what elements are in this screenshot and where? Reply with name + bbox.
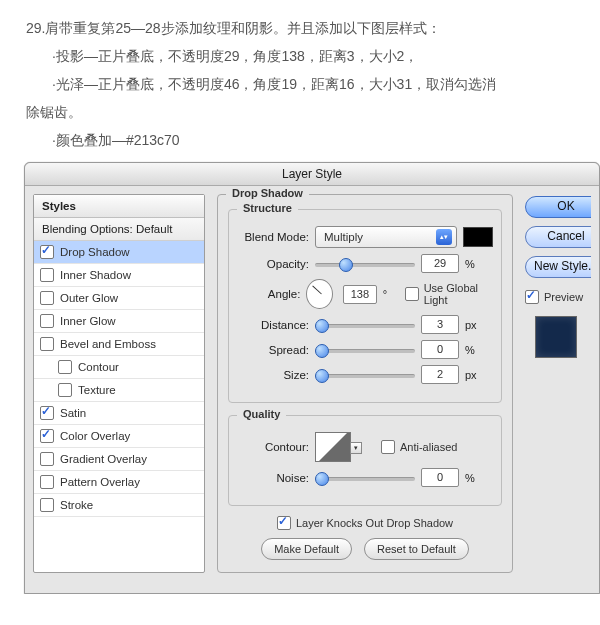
size-unit: px bbox=[465, 369, 483, 381]
checkbox-icon[interactable] bbox=[40, 337, 54, 351]
opacity-input[interactable]: 29 bbox=[421, 254, 459, 273]
checkbox-icon[interactable] bbox=[40, 498, 54, 512]
effect-label: Drop Shadow bbox=[60, 246, 130, 258]
distance-unit: px bbox=[465, 319, 483, 331]
checkbox-icon[interactable] bbox=[40, 429, 54, 443]
checkbox-icon[interactable] bbox=[58, 383, 72, 397]
tutorial-instructions: 29.肩带重复第25—28步添加纹理和阴影。并且添加以下图层样式： ·投影—正片… bbox=[0, 0, 600, 162]
checkbox-icon bbox=[405, 287, 419, 301]
instruction-sub-2: ·光泽—正片叠底，不透明度46，角度19，距离16，大小31，取消勾选消 bbox=[26, 70, 574, 98]
effect-label: Contour bbox=[78, 361, 119, 373]
checkbox-icon[interactable] bbox=[40, 314, 54, 328]
instruction-line-1: 29.肩带重复第25—28步添加纹理和阴影。并且添加以下图层样式： bbox=[26, 14, 574, 42]
preview-checkbox[interactable]: Preview bbox=[525, 290, 591, 304]
checkbox-icon[interactable] bbox=[40, 268, 54, 282]
shadow-color-swatch[interactable] bbox=[463, 227, 493, 247]
contour-picker[interactable]: ▾ bbox=[315, 432, 351, 462]
effect-stroke[interactable]: Stroke bbox=[34, 494, 204, 517]
effect-label: Gradient Overlay bbox=[60, 453, 147, 465]
reset-default-button[interactable]: Reset to Default bbox=[364, 538, 469, 560]
layer-knocks-out-label: Layer Knocks Out Drop Shadow bbox=[296, 517, 453, 529]
use-global-light-checkbox[interactable]: Use Global Light bbox=[405, 282, 493, 306]
dialog-right-buttons: OK Cancel New Style... Preview bbox=[525, 194, 591, 573]
ok-button[interactable]: OK bbox=[525, 196, 591, 218]
layer-knocks-out-checkbox[interactable]: Layer Knocks Out Drop Shadow bbox=[277, 516, 453, 530]
quality-title: Quality bbox=[237, 408, 286, 420]
noise-unit: % bbox=[465, 472, 483, 484]
checkbox-icon bbox=[525, 290, 539, 304]
spread-label: Spread: bbox=[237, 344, 309, 356]
chevron-down-icon[interactable]: ▾ bbox=[350, 442, 362, 454]
effect-label: Stroke bbox=[60, 499, 93, 511]
effect-satin[interactable]: Satin bbox=[34, 402, 204, 425]
quality-group: Quality Contour: ▾ Anti-aliased bbox=[228, 415, 502, 506]
angle-unit: ° bbox=[383, 288, 399, 300]
dialog-title: Layer Style bbox=[25, 163, 599, 186]
styles-header[interactable]: Styles bbox=[34, 195, 204, 218]
checkbox-icon[interactable] bbox=[40, 245, 54, 259]
opacity-unit: % bbox=[465, 258, 483, 270]
drop-shadow-settings: Drop Shadow Structure Blend Mode: Multip… bbox=[217, 194, 513, 573]
effect-gradient-overlay[interactable]: Gradient Overlay bbox=[34, 448, 204, 471]
effect-pattern-overlay[interactable]: Pattern Overlay bbox=[34, 471, 204, 494]
effect-bevel-emboss[interactable]: Bevel and Emboss bbox=[34, 333, 204, 356]
make-default-button[interactable]: Make Default bbox=[261, 538, 352, 560]
distance-input[interactable]: 3 bbox=[421, 315, 459, 334]
effect-drop-shadow[interactable]: Drop Shadow bbox=[34, 241, 204, 264]
effect-label: Texture bbox=[78, 384, 116, 396]
preview-swatch bbox=[535, 316, 577, 358]
effect-label: Outer Glow bbox=[60, 292, 118, 304]
spread-slider[interactable] bbox=[315, 343, 415, 357]
noise-label: Noise: bbox=[237, 472, 309, 484]
preview-label: Preview bbox=[544, 291, 583, 303]
select-arrows-icon: ▴▾ bbox=[436, 229, 452, 245]
anti-aliased-checkbox[interactable]: Anti-aliased bbox=[381, 440, 457, 454]
new-style-button[interactable]: New Style... bbox=[525, 256, 591, 278]
noise-input[interactable]: 0 bbox=[421, 468, 459, 487]
effect-color-overlay[interactable]: Color Overlay bbox=[34, 425, 204, 448]
noise-slider[interactable] bbox=[315, 471, 415, 485]
checkbox-icon bbox=[381, 440, 395, 454]
size-label: Size: bbox=[237, 369, 309, 381]
effect-inner-shadow[interactable]: Inner Shadow bbox=[34, 264, 204, 287]
effect-contour[interactable]: Contour bbox=[34, 356, 204, 379]
size-input[interactable]: 2 bbox=[421, 365, 459, 384]
blend-mode-value: Multiply bbox=[324, 231, 363, 243]
instruction-sub-3: ·颜色叠加—#213c70 bbox=[26, 126, 574, 154]
spread-input[interactable]: 0 bbox=[421, 340, 459, 359]
spread-unit: % bbox=[465, 344, 483, 356]
checkbox-icon[interactable] bbox=[40, 291, 54, 305]
distance-slider[interactable] bbox=[315, 318, 415, 332]
instruction-sub-1: ·投影—正片叠底，不透明度29，角度138，距离3，大小2， bbox=[26, 42, 574, 70]
blend-mode-label: Blend Mode: bbox=[237, 231, 309, 243]
opacity-label: Opacity: bbox=[237, 258, 309, 270]
structure-group: Structure Blend Mode: Multiply ▴▾ bbox=[228, 209, 502, 403]
checkbox-icon[interactable] bbox=[40, 475, 54, 489]
cancel-button[interactable]: Cancel bbox=[525, 226, 591, 248]
blending-options-row[interactable]: Blending Options: Default bbox=[34, 218, 204, 241]
angle-input[interactable]: 138 bbox=[343, 285, 377, 304]
checkbox-icon[interactable] bbox=[40, 406, 54, 420]
instruction-sub-2b: 除锯齿。 bbox=[26, 98, 574, 126]
use-global-light-label: Use Global Light bbox=[424, 282, 493, 306]
checkbox-icon[interactable] bbox=[58, 360, 72, 374]
layer-style-dialog: Layer Style Styles Blending Options: Def… bbox=[24, 162, 600, 594]
anti-aliased-label: Anti-aliased bbox=[400, 441, 457, 453]
checkbox-icon[interactable] bbox=[40, 452, 54, 466]
structure-title: Structure bbox=[237, 202, 298, 214]
effect-inner-glow[interactable]: Inner Glow bbox=[34, 310, 204, 333]
size-slider[interactable] bbox=[315, 368, 415, 382]
styles-list: Styles Blending Options: Default Drop Sh… bbox=[33, 194, 205, 573]
angle-dial[interactable] bbox=[306, 279, 333, 309]
effect-outer-glow[interactable]: Outer Glow bbox=[34, 287, 204, 310]
effect-label: Satin bbox=[60, 407, 86, 419]
effect-label: Pattern Overlay bbox=[60, 476, 140, 488]
distance-label: Distance: bbox=[237, 319, 309, 331]
effect-label: Bevel and Emboss bbox=[60, 338, 156, 350]
opacity-slider[interactable] bbox=[315, 257, 415, 271]
blend-mode-select[interactable]: Multiply ▴▾ bbox=[315, 226, 457, 248]
effect-label: Inner Shadow bbox=[60, 269, 131, 281]
contour-label: Contour: bbox=[237, 441, 309, 453]
effect-texture[interactable]: Texture bbox=[34, 379, 204, 402]
drop-shadow-group: Drop Shadow Structure Blend Mode: Multip… bbox=[217, 194, 513, 573]
